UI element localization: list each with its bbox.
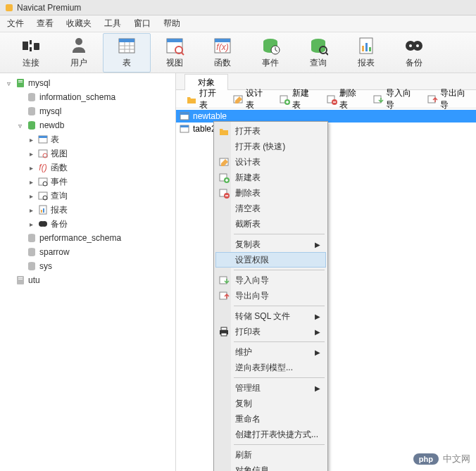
db-icon xyxy=(26,246,37,258)
context-menu-item[interactable]: 新建表 xyxy=(215,170,326,185)
svg-point-46 xyxy=(43,182,47,186)
toolbar-label: 用户 xyxy=(70,57,87,69)
tree-node[interactable]: sparrow xyxy=(0,245,175,259)
toolbar-event-button[interactable]: 事件 xyxy=(246,33,294,73)
db-icon xyxy=(26,260,37,272)
context-menu-item[interactable]: 逆向表到模型... xyxy=(215,360,326,375)
context-menu-item[interactable]: 打开表 xyxy=(215,123,326,139)
context-menu-item[interactable]: 导出向导 xyxy=(215,288,326,303)
menu-item[interactable]: 收藏夹 xyxy=(66,18,92,30)
tree-node[interactable]: ▸事件 xyxy=(0,175,175,189)
toolbar-backup-button[interactable]: 备份 xyxy=(390,33,438,73)
context-menu-item[interactable]: 打印表▶ xyxy=(215,324,326,339)
tree-node[interactable]: performance_schema xyxy=(0,231,175,245)
expand-toggle[interactable]: ▿ xyxy=(4,80,13,87)
tree-node[interactable]: utu xyxy=(0,273,175,287)
watermark-text: 中文网 xyxy=(443,453,470,465)
context-menu-item[interactable]: 创建打开表快捷方式... xyxy=(215,427,326,442)
svg-text:f(): f() xyxy=(39,163,46,172)
tree-node[interactable]: sys xyxy=(0,259,175,273)
toolbar-report-button[interactable]: 报表 xyxy=(342,33,390,73)
context-menu-item[interactable]: 对象信息 xyxy=(215,463,326,471)
menu-item-label: 打开表 xyxy=(235,125,261,137)
expand-toggle[interactable]: ▿ xyxy=(15,122,24,130)
open-icon xyxy=(218,125,230,137)
db-open-icon xyxy=(26,120,37,131)
context-menu-item[interactable]: 删除表 xyxy=(215,185,326,201)
toolbar-label: 连接 xyxy=(23,57,39,69)
tree-label: sys xyxy=(39,261,52,271)
context-menu-item[interactable]: 复制 xyxy=(215,396,326,411)
table-icon xyxy=(179,111,190,122)
event-s-icon xyxy=(37,176,49,187)
server-icon xyxy=(15,77,26,89)
expand-toggle[interactable]: ▸ xyxy=(27,150,35,158)
tree-node[interactable]: mysql xyxy=(0,104,175,118)
delete-icon xyxy=(326,94,337,105)
tree-node[interactable]: ▸查询 xyxy=(0,189,175,203)
context-menu-item[interactable]: 维护▶ xyxy=(215,344,326,360)
expand-toggle[interactable]: ▸ xyxy=(27,220,35,228)
tree-node[interactable]: ▿mysql xyxy=(0,76,175,90)
db-icon xyxy=(26,92,37,103)
context-menu-item[interactable]: 清空表 xyxy=(215,201,326,216)
menu-item-label: 刷新 xyxy=(235,449,252,461)
plug-icon xyxy=(21,36,41,56)
delete-icon xyxy=(218,187,230,199)
table-icon xyxy=(117,36,137,56)
expand-toggle[interactable]: ▸ xyxy=(27,192,35,200)
submenu-arrow-icon: ▶ xyxy=(315,313,320,320)
menu-item[interactable]: 工具 xyxy=(104,18,121,30)
svg-point-53 xyxy=(42,221,47,227)
menu-item-label: 设置权限 xyxy=(235,254,269,266)
export-icon xyxy=(218,290,230,301)
toolbar-table-button[interactable]: 表 xyxy=(103,33,151,73)
toolbar-label: 视图 xyxy=(166,57,183,69)
tree-node[interactable]: ▸备份 xyxy=(0,217,175,231)
tree-node[interactable]: ▸报表 xyxy=(0,203,175,217)
toolbar-query-button[interactable]: 查询 xyxy=(294,33,342,73)
action-bar: 打开表设计表新建表删除表导入向导导出向导 xyxy=(176,90,476,108)
context-menu-item[interactable]: 复制表▶ xyxy=(215,237,326,252)
menu-item[interactable]: 帮助 xyxy=(163,18,180,30)
context-menu-item[interactable]: 重命名 xyxy=(215,411,326,427)
toolbar: 连接用户表视图f(x)函数事件查询报表备份 xyxy=(0,32,476,73)
menu-item-label: 新建表 xyxy=(235,172,261,184)
toolbar-fx-button[interactable]: f(x)函数 xyxy=(199,33,246,73)
context-menu-item[interactable]: 截断表 xyxy=(215,216,326,232)
menu-item-label: 创建打开表快捷方式... xyxy=(235,429,318,441)
svg-rect-36 xyxy=(18,82,23,82)
context-menu-item[interactable]: 管理组▶ xyxy=(215,380,326,396)
context-menu-item[interactable]: 设计表 xyxy=(215,154,326,170)
toolbar-plug-button[interactable]: 连接 xyxy=(7,33,55,73)
toolbar-user-button[interactable]: 用户 xyxy=(55,33,103,73)
tree-node[interactable]: ▸表 xyxy=(0,132,175,146)
submenu-arrow-icon: ▶ xyxy=(315,241,320,249)
context-menu-item[interactable]: 转储 SQL 文件▶ xyxy=(215,308,326,324)
toolbar-label: 报表 xyxy=(358,57,375,69)
tree-label: performance_schema xyxy=(39,233,121,243)
menu-separator xyxy=(234,270,325,270)
context-menu-item[interactable]: 打开表 (快速) xyxy=(215,139,326,154)
tree-label: 函数 xyxy=(51,162,68,174)
menu-item-label: 打开表 (快速) xyxy=(235,141,285,153)
menu-item-label: 转储 SQL 文件 xyxy=(235,310,290,322)
context-menu-item[interactable]: 刷新 xyxy=(215,447,326,463)
menu-item[interactable]: 查看 xyxy=(37,18,54,30)
toolbar-view-button[interactable]: 视图 xyxy=(151,33,199,73)
tree-node[interactable]: ▿newdb xyxy=(0,118,175,132)
tree-node[interactable]: ▸f()函数 xyxy=(0,161,175,175)
expand-toggle[interactable]: ▸ xyxy=(27,164,35,172)
svg-rect-51 xyxy=(43,208,44,213)
tree-node[interactable]: ▸视图 xyxy=(0,146,175,161)
menu-item[interactable]: 窗口 xyxy=(134,18,151,30)
expand-toggle[interactable]: ▸ xyxy=(27,136,35,144)
tree-node[interactable]: information_schema xyxy=(0,90,175,104)
expand-toggle[interactable]: ▸ xyxy=(27,178,35,186)
context-menu-item[interactable]: 导入向导 xyxy=(215,272,326,288)
context-menu-item[interactable]: 设置权限 xyxy=(215,252,326,268)
view-s-icon xyxy=(37,148,49,159)
watermark: php 中文网 xyxy=(413,453,470,465)
menu-item[interactable]: 文件 xyxy=(7,18,24,30)
expand-toggle[interactable]: ▸ xyxy=(27,206,35,214)
